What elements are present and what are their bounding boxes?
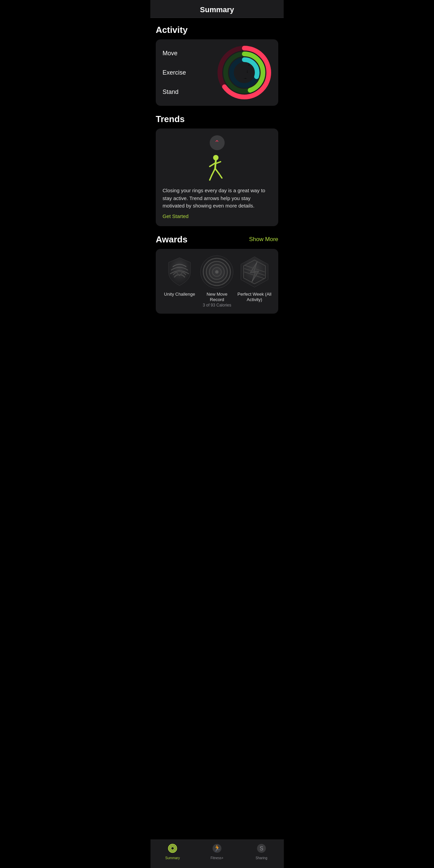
move-record-icon	[200, 255, 234, 289]
tab-summary-label: Summary	[165, 856, 180, 860]
award-name-move: New Move Record	[200, 292, 234, 303]
svg-text:🏃: 🏃	[213, 845, 221, 852]
activity-card[interactable]: Move Exercise Stand → → ↑	[156, 39, 278, 106]
award-item-unity[interactable]: Unity Challenge	[163, 255, 196, 308]
award-item-perfect-week[interactable]: Perfect Week (All Activity)	[238, 255, 271, 308]
summary-rings-icon	[168, 843, 178, 855]
trends-description: Closing your rings every day is a great …	[163, 187, 271, 210]
stand-arrow: ↑	[243, 77, 248, 80]
tab-summary[interactable]: Summary	[150, 843, 195, 860]
show-more-button[interactable]: Show More	[249, 236, 278, 243]
activity-label-stand: Stand	[163, 88, 186, 96]
svg-point-19	[215, 270, 219, 274]
chevron-circle: ⌃	[210, 135, 225, 150]
awards-card[interactable]: Unity Challenge New Move Record 3 of 9	[156, 249, 278, 314]
award-name-perfect: Perfect Week (All Activity)	[238, 292, 271, 303]
svg-line-7	[215, 160, 216, 169]
tab-sharing-label: Sharing	[256, 856, 267, 860]
tab-fitness-label: Fitness+	[210, 856, 223, 860]
tab-bar: Summary 🏃 Fitness+ S Sharing	[150, 840, 284, 868]
svg-line-10	[212, 169, 215, 175]
chevron-up-icon: ⌃	[214, 139, 220, 146]
award-name-unity: Unity Challenge	[164, 292, 195, 297]
activity-label-exercise: Exercise	[163, 69, 186, 76]
svg-line-11	[210, 175, 212, 180]
svg-line-12	[215, 169, 219, 174]
awards-header: Awards Show More	[156, 234, 278, 245]
ring-arrows-overlay: → → ↑	[217, 45, 271, 100]
awards-section-title: Awards	[156, 234, 187, 245]
trends-section-title: Trends	[156, 114, 278, 124]
trends-icon-area: ⌃	[163, 135, 271, 181]
perfect-week-icon	[238, 255, 271, 289]
trends-card[interactable]: ⌃	[156, 129, 278, 226]
main-content: Activity Move Exercise Stand → →	[150, 18, 284, 362]
award-item-move-record[interactable]: New Move Record 3 of 93 Calories	[200, 255, 234, 308]
svg-line-8	[210, 163, 215, 166]
award-sub-move: 3 of 93 Calories	[203, 303, 231, 308]
unity-challenge-icon	[163, 255, 196, 289]
svg-line-13	[219, 174, 222, 178]
tab-fitness-plus[interactable]: 🏃 Fitness+	[195, 843, 239, 860]
get-started-link[interactable]: Get Started	[163, 213, 189, 219]
exercise-arrow: →	[245, 69, 250, 74]
trends-content: ⌃	[156, 129, 278, 226]
sharing-icon: S	[257, 843, 267, 855]
svg-point-27	[171, 847, 174, 850]
activity-label-move: Move	[163, 50, 186, 57]
activity-rings: → → ↑	[217, 45, 271, 100]
tab-sharing[interactable]: S Sharing	[239, 843, 284, 860]
move-arrow: →	[247, 62, 252, 66]
svg-text:S: S	[260, 846, 263, 851]
fitness-plus-icon: 🏃	[212, 843, 222, 855]
header-title: Summary	[200, 5, 234, 14]
header: Summary	[150, 0, 284, 18]
activity-labels: Move Exercise Stand	[163, 50, 186, 96]
activity-section-title: Activity	[156, 25, 278, 35]
walker-icon	[206, 154, 228, 181]
